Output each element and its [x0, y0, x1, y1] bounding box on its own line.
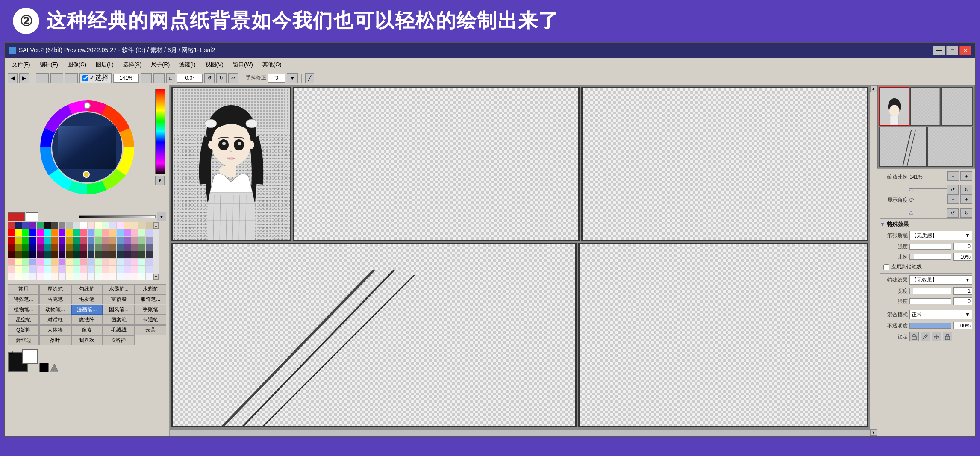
swatch[interactable] [146, 237, 153, 244]
color-dropdown[interactable]: ▼ [155, 176, 165, 185]
brush-cat-watercolor[interactable]: 水彩笔 [135, 284, 166, 294]
menu-filter[interactable]: 滤镜(I) [175, 59, 200, 70]
swatch[interactable] [80, 251, 87, 258]
swatch[interactable] [22, 273, 29, 280]
zoom-input[interactable] [113, 74, 139, 83]
swatch[interactable] [29, 273, 36, 280]
palette-dropdown[interactable]: ▼ [157, 212, 166, 221]
brush-cat-manga[interactable]: 漫画笔... [71, 305, 103, 315]
swatch[interactable] [66, 229, 73, 236]
swatch[interactable] [146, 244, 153, 251]
swatch[interactable] [146, 222, 153, 229]
brush-cat-cartoon[interactable]: 卡通笔 [135, 315, 166, 325]
brush-cat-fluffy[interactable]: 毛绒绒 [103, 325, 134, 335]
brush-cat-magic[interactable]: 魔法阵 [71, 315, 103, 325]
swatch[interactable] [117, 266, 124, 273]
swatch[interactable] [88, 259, 94, 265]
swatch[interactable] [109, 237, 116, 244]
swatch[interactable] [95, 273, 102, 280]
swatch[interactable] [95, 266, 102, 273]
swatch[interactable] [51, 273, 58, 280]
bg-color-block[interactable] [22, 349, 38, 364]
brush-cat-star[interactable]: 星空笔 [8, 315, 39, 325]
swatch[interactable] [146, 273, 153, 280]
swatch[interactable] [37, 229, 44, 236]
close-button[interactable]: ✕ [959, 46, 971, 55]
swatch[interactable] [117, 222, 124, 229]
swatch[interactable] [51, 237, 58, 244]
swatch[interactable] [109, 229, 116, 236]
swatch[interactable] [8, 222, 15, 229]
swatch[interactable] [124, 259, 131, 265]
nav-back[interactable]: ◀ [8, 73, 18, 83]
brush-cat-pixel[interactable]: 像素 [71, 325, 103, 335]
apply-checkbox[interactable] [883, 264, 889, 270]
swatch[interactable] [15, 222, 22, 229]
brush-cat-cloud[interactable]: 云朵 [135, 325, 166, 335]
swatch[interactable] [131, 251, 138, 258]
opacity-slider[interactable] [909, 323, 951, 329]
scroll-up-btn[interactable]: ▲ [870, 85, 877, 92]
zoom-minus[interactable]: － [141, 73, 152, 83]
swatch[interactable] [22, 266, 29, 273]
swatch[interactable] [124, 222, 131, 229]
swatch[interactable] [22, 244, 29, 251]
menu-other[interactable]: 其他(O) [258, 59, 286, 70]
swatch[interactable] [8, 244, 15, 251]
swatch[interactable] [88, 237, 94, 244]
swatch[interactable] [44, 229, 51, 236]
swatch[interactable] [146, 259, 153, 265]
angle-btn1[interactable]: ↺ [204, 73, 215, 83]
swatch[interactable] [117, 244, 124, 251]
swatch[interactable] [95, 222, 102, 229]
zoom-plus[interactable]: ＋ [153, 73, 165, 83]
swatch[interactable] [88, 222, 94, 229]
swatch[interactable] [66, 251, 73, 258]
menu-window[interactable]: 窗口(W) [229, 59, 257, 70]
swatch[interactable] [51, 244, 58, 251]
paper-texture-dropdown[interactable]: 【无质感】 ▼ [909, 231, 972, 240]
canvas-area[interactable]: ▲ ▼ [170, 85, 877, 436]
angle-reset-btn2[interactable]: ↻ [960, 208, 972, 218]
swatch[interactable] [80, 237, 87, 244]
palette-scrollbar[interactable]: ▲ ▼ [153, 222, 159, 280]
lock-edit-icon[interactable] [921, 332, 930, 341]
blend-mode-dropdown[interactable]: 正常 ▼ [909, 310, 972, 319]
brush-cat-line[interactable]: 勾线笔 [71, 284, 103, 294]
swatch[interactable] [109, 273, 116, 280]
swatch[interactable] [73, 259, 80, 265]
menu-edit[interactable]: 编辑(E) [35, 59, 62, 70]
swatch[interactable] [29, 251, 36, 258]
swatch[interactable] [37, 266, 44, 273]
stabilizer-input[interactable] [268, 74, 285, 83]
brush-cat-rico[interactable]: 富禧般 [103, 294, 134, 304]
swatch[interactable] [124, 273, 131, 280]
swatch[interactable] [117, 259, 124, 265]
zoom-minus-btn[interactable]: － [947, 171, 959, 181]
swatch[interactable] [59, 259, 65, 265]
special-effect-dropdown[interactable]: 【无效果】 ▼ [909, 275, 972, 285]
angle-input[interactable] [177, 74, 203, 83]
swatch[interactable] [95, 229, 102, 236]
swatch[interactable] [59, 273, 65, 280]
swatch[interactable] [102, 251, 109, 258]
canvas-scrollbar-h[interactable] [170, 429, 870, 436]
swatch[interactable] [66, 244, 73, 251]
tb-btn1[interactable] [36, 73, 49, 83]
brush-cat-animal[interactable]: 动物笔... [39, 305, 71, 315]
opacity-input[interactable] [953, 322, 972, 329]
swatch[interactable] [15, 259, 22, 265]
brush-cat-bubble[interactable]: 对话框 [39, 315, 71, 325]
swatch[interactable] [124, 229, 131, 236]
swatch[interactable] [80, 266, 87, 273]
brush-cat-thick[interactable]: 厚涂笔 [39, 284, 71, 294]
swatch[interactable] [37, 251, 44, 258]
swatch[interactable] [109, 259, 116, 265]
slash-tool[interactable]: ╱ [305, 73, 314, 83]
swatch[interactable] [102, 273, 109, 280]
swatch[interactable] [15, 229, 22, 236]
brush-cat-guofeng[interactable]: 国风笔... [103, 305, 134, 315]
tb-btn2[interactable] [50, 73, 63, 83]
swatch[interactable] [44, 266, 51, 273]
lock-move-icon[interactable] [932, 332, 941, 341]
